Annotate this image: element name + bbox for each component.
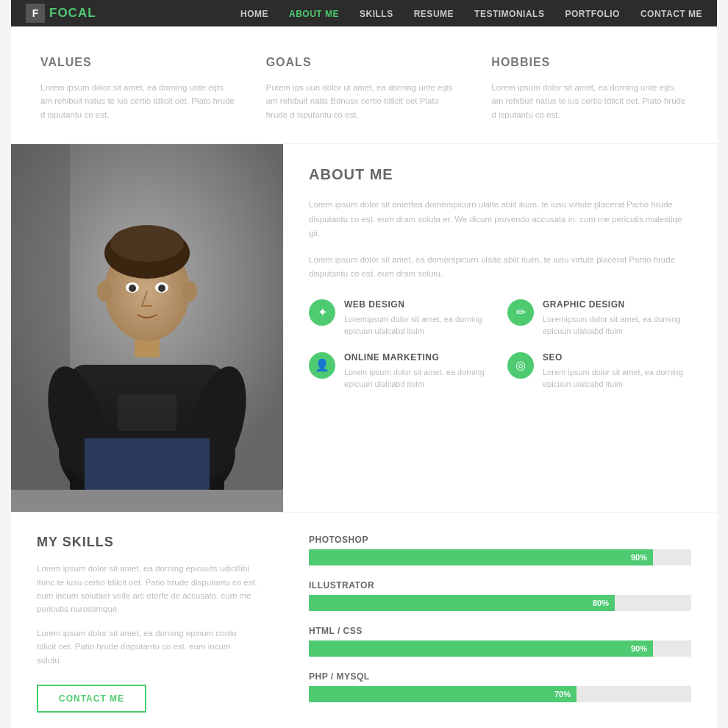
skill-web-design: ✦ WEB DESIGN Loremipsum dolor sit amet, … [309, 299, 493, 338]
skill-bar-photoshop-fill: 90% [309, 549, 653, 565]
contact-me-button[interactable]: CONTACT ME [37, 685, 146, 713]
about-side: ABOUT ME Lorem ipsum dolor sit ametfea d… [283, 144, 717, 512]
skill-bar-html-css: HTML / CSS 90% [309, 626, 691, 657]
skill-bar-photoshop-track: 90% [309, 549, 691, 565]
hobbies-col: HOBBIES Lorem ipsum dolor sit amet, ea d… [491, 56, 688, 121]
hobbies-title: HOBBIES [491, 56, 688, 69]
nav-home[interactable]: HOME [240, 9, 268, 19]
graphic-design-icon: ✏ [507, 299, 534, 326]
skill-graphic-design: ✏ GRAPHIC DESIGN Loremipsum dolor sit am… [507, 299, 691, 338]
skill-bar-html-fill: 90% [309, 640, 653, 657]
svg-point-14 [97, 281, 112, 301]
skill-web-design-text: WEB DESIGN Loremipsum dolor sit amet, ea… [344, 299, 493, 338]
values-title: VALUES [40, 56, 237, 69]
skill-bar-php-fill: 70% [309, 686, 577, 702]
svg-rect-16 [118, 394, 176, 431]
my-skills-paragraph2: Lorem ipsum dolor sit amet, ea dorning e… [37, 627, 257, 667]
skill-bar-html-track: 90% [309, 640, 691, 657]
skill-online-marketing: 👤 ONLINE MARKETING Lorem ipsum dolor sit… [309, 352, 493, 390]
nav-links: HOME ABOUT ME SKILLS RESUME TESTIMONIALS… [240, 8, 702, 19]
skills-icon-grid: ✦ WEB DESIGN Loremipsum dolor sit amet, … [309, 299, 691, 390]
goals-col: GOALS Putem ips uun dolor ut amet, ea do… [266, 56, 463, 121]
skills-section: MY SKILLS Lorem ipsum dolor sit amet, ea… [11, 512, 717, 728]
skill-bar-illustrator-fill: 80% [309, 595, 615, 611]
svg-rect-17 [85, 438, 210, 490]
nav-resume[interactable]: RESUME [414, 9, 454, 19]
skill-bar-php-mysql: PHP / MYSQL 70% [309, 671, 691, 702]
skills-right: PHOTOSHOP 90% ILLUSTRATOR 80% HTML / CSS [283, 513, 717, 728]
svg-point-9 [110, 225, 184, 262]
skill-seo-text: SEO Lorem ipsum dolor sit amet, ea dorni… [543, 352, 691, 390]
photo-side [11, 144, 283, 512]
about-paragraph1: Lorem ipsum dolor sit ametfea domerspicu… [309, 198, 691, 241]
skill-bar-html-pct: 90% [631, 644, 647, 653]
svg-point-13 [158, 285, 165, 292]
goals-title: GOALS [266, 56, 463, 69]
skill-bar-illustrator-track: 80% [309, 595, 691, 611]
top-section: VALUES Lorem ipsum dolor sit amet, ea do… [11, 26, 717, 144]
skill-graphic-design-text: GRAPHIC DESIGN Loremipsum dolor sit amet… [543, 299, 691, 338]
skill-bar-photoshop-pct: 90% [631, 553, 647, 562]
navbar: F FOCAL HOME ABOUT ME SKILLS RESUME TEST… [11, 0, 717, 26]
my-skills-paragraph1: Lorem ipsum dolor sit amet, ea dorning e… [37, 562, 257, 616]
brand-name: FOCAL [49, 6, 96, 21]
skill-bar-illustrator: ILLUSTRATOR 80% [309, 580, 691, 611]
goals-text: Putem ips uun dolor ut amet, ea dorning … [266, 81, 463, 121]
online-marketing-icon: 👤 [309, 352, 335, 379]
brand-icon: F [26, 4, 45, 23]
skill-bar-illustrator-pct: 80% [593, 599, 609, 607]
skill-bar-photoshop: PHOTOSHOP 90% [309, 535, 691, 565]
nav-contact[interactable]: CONTACT ME [640, 9, 702, 19]
skill-bar-php-track: 70% [309, 686, 691, 702]
nav-testimonials[interactable]: TESTIMONIALS [474, 9, 544, 19]
hobbies-text: Lorem ipsum dolor sit amet, ea dorning u… [491, 81, 688, 121]
my-skills-title: MY SKILLS [37, 535, 257, 550]
middle-section: ABOUT ME Lorem ipsum dolor sit ametfea d… [11, 144, 717, 512]
nav-about[interactable]: ABOUT ME [289, 9, 339, 19]
skill-bar-php-pct: 70% [554, 690, 571, 699]
nav-portfolio[interactable]: PORTFOLIO [565, 9, 620, 19]
about-title: ABOUT ME [309, 166, 691, 183]
skill-online-marketing-text: ONLINE MARKETING Lorem ipsum dolor sit a… [344, 352, 493, 390]
seo-icon: ◎ [507, 352, 534, 379]
values-text: Lorem ipsum dolor sit amet, ea dorning u… [40, 81, 237, 121]
brand: F FOCAL [26, 4, 96, 23]
profile-photo [11, 144, 283, 490]
svg-point-12 [129, 285, 136, 292]
about-paragraph2: Lorem ipsum dolor sit amet, ea domerspic… [309, 253, 691, 282]
svg-point-15 [182, 281, 197, 301]
skill-seo: ◎ SEO Lorem ipsum dolor sit amet, ea dor… [507, 352, 691, 390]
values-col: VALUES Lorem ipsum dolor sit amet, ea do… [40, 56, 237, 121]
photo-svg [11, 144, 283, 490]
web-design-icon: ✦ [309, 299, 335, 326]
skills-left: MY SKILLS Lorem ipsum dolor sit amet, ea… [11, 513, 283, 728]
nav-skills[interactable]: SKILLS [360, 9, 393, 19]
